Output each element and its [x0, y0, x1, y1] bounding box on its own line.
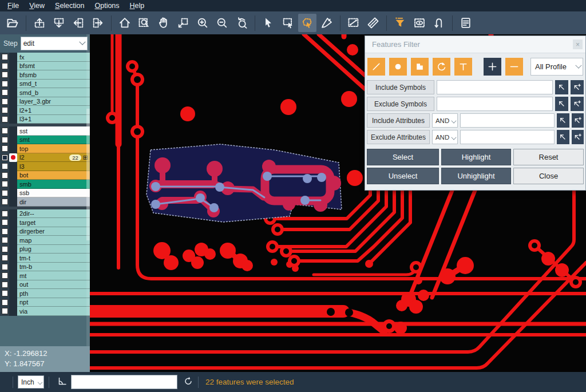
highlight-button[interactable]: Highlight: [441, 149, 511, 165]
zoom-area-button[interactable]: [135, 14, 153, 32]
layer-checkbox[interactable]: [2, 308, 8, 314]
ruler-button[interactable]: [364, 14, 382, 32]
unhighlight-button[interactable]: Unhighlight: [441, 168, 511, 184]
layer-checkbox[interactable]: [2, 98, 8, 105]
pad-filter-button[interactable]: [389, 58, 407, 76]
zoom-in-button[interactable]: [193, 14, 212, 32]
menu-help[interactable]: Help: [125, 1, 150, 11]
units-select[interactable]: Inch: [18, 375, 44, 389]
filter-funnel-button[interactable]: [391, 14, 409, 32]
layer-name[interactable]: target: [17, 218, 90, 227]
shift-down-button[interactable]: [50, 14, 68, 32]
add-filter-button[interactable]: [484, 58, 501, 76]
layer-checkbox[interactable]: [2, 137, 8, 143]
layer-row-via[interactable]: via: [0, 307, 90, 316]
pick-add-button[interactable]: [572, 130, 584, 144]
layer-checkbox[interactable]: [2, 107, 8, 113]
rect-select-button[interactable]: [279, 14, 297, 32]
pick-button[interactable]: [557, 113, 569, 128]
layer-name[interactable]: pth: [17, 289, 90, 298]
layer-row-plug[interactable]: plug: [0, 245, 90, 254]
layer-row-fx[interactable]: fx: [0, 53, 90, 62]
layer-name[interactable]: bot: [17, 171, 90, 180]
pick-add-button[interactable]: [571, 97, 584, 111]
close-icon[interactable]: ×: [573, 39, 583, 49]
text-filter-button[interactable]: [454, 58, 472, 76]
exclude-attributes-button[interactable]: Exclude Attributes: [367, 130, 430, 144]
layer-name[interactable]: out: [17, 280, 90, 290]
pan-hand-button[interactable]: [155, 14, 173, 32]
refresh-icon[interactable]: [183, 376, 193, 389]
layer-row-ssb[interactable]: ssb: [0, 189, 90, 198]
layer-row-top[interactable]: top: [0, 144, 90, 153]
layer-name[interactable]: l3: [17, 162, 90, 171]
layer-name[interactable]: smd_t: [17, 80, 90, 89]
layer-row-bfsmt[interactable]: bfsmt: [0, 62, 90, 71]
layer-checkbox[interactable]: [2, 246, 8, 252]
layer-name[interactable]: via: [17, 307, 90, 316]
zoom-previous-button[interactable]: [232, 14, 251, 32]
layer-name[interactable]: smt: [17, 136, 90, 145]
layer-checkbox[interactable]: [2, 190, 8, 196]
layer-name[interactable]: bfsmb: [17, 70, 90, 80]
layer-checkbox[interactable]: [2, 219, 8, 225]
layer-checkbox[interactable]: [2, 282, 8, 288]
layer-row-map[interactable]: map: [0, 236, 90, 245]
layer-checkbox[interactable]: [2, 155, 8, 161]
layer-name[interactable]: npt: [17, 298, 90, 307]
layer-name[interactable]: plug: [17, 245, 90, 254]
layer-row-npt[interactable]: npt: [0, 298, 90, 307]
close-button[interactable]: Close: [513, 168, 584, 184]
layer-checkbox[interactable]: [2, 211, 8, 217]
layer-name[interactable]: l2+1: [17, 106, 90, 115]
layer-row-out[interactable]: out: [0, 280, 90, 290]
layer-checkbox[interactable]: [2, 181, 8, 187]
remove-filter-button[interactable]: [505, 58, 523, 76]
open-folder-button[interactable]: [3, 14, 22, 32]
layer-name[interactable]: fx: [17, 53, 90, 62]
eye-box-button[interactable]: [410, 14, 429, 32]
layer-row-bfsmb[interactable]: bfsmb: [0, 70, 90, 80]
layer-checkbox[interactable]: [2, 63, 8, 69]
layer-row-layer_3.gbr[interactable]: layer_3.gbr: [0, 97, 90, 106]
reset-button[interactable]: Reset: [513, 149, 584, 165]
layer-checkbox[interactable]: [2, 228, 8, 235]
layer-name[interactable]: bfsmt: [17, 62, 90, 71]
polygon-select-button[interactable]: [298, 14, 316, 32]
select-button[interactable]: Select: [367, 149, 439, 165]
layer-row-2dir--[interactable]: 2dir--: [0, 209, 90, 219]
command-input[interactable]: [71, 375, 177, 389]
profile-select[interactable]: All Profile: [530, 58, 583, 76]
layer-name[interactable]: tm-t: [17, 254, 90, 263]
layer-checkbox[interactable]: [2, 163, 8, 169]
exclude-symbols-button[interactable]: Exclude Symbols: [367, 97, 434, 111]
layer-row-tm-t[interactable]: tm-t: [0, 254, 90, 263]
dialog-titlebar[interactable]: Features Filter ×: [365, 36, 585, 53]
layer-row-smd_t[interactable]: smd_t: [0, 80, 90, 89]
layer-name[interactable]: tm-b: [17, 263, 90, 272]
include-symbols-input[interactable]: [437, 80, 553, 94]
layer-checkbox[interactable]: [2, 172, 8, 179]
exclude-attributes-input[interactable]: [460, 130, 555, 144]
layer-row-l3+1[interactable]: l3+1: [0, 115, 90, 124]
layer-name[interactable]: layer_3.gbr: [17, 97, 90, 106]
layer-name[interactable]: mt: [17, 271, 90, 280]
pick-button[interactable]: [555, 97, 568, 111]
layer-name[interactable]: dir: [17, 197, 90, 207]
layers-list-button[interactable]: [457, 14, 475, 32]
layer-name[interactable]: top: [17, 144, 90, 153]
menu-view[interactable]: View: [24, 1, 50, 11]
layer-checkbox[interactable]: [2, 199, 8, 205]
layer-checkbox[interactable]: [2, 81, 8, 87]
layer-row-bot[interactable]: bot: [0, 171, 90, 180]
shift-up-button[interactable]: [30, 14, 49, 32]
layer-name[interactable]: dirgerber: [17, 227, 90, 236]
line-filter-button[interactable]: [367, 58, 385, 76]
layer-name[interactable]: smd_b: [17, 88, 90, 97]
pick-add-button[interactable]: [571, 80, 584, 94]
menu-selection[interactable]: Selection: [50, 1, 89, 11]
include-attributes-button[interactable]: Include Attributes: [367, 113, 430, 128]
layer-row-dirgerber[interactable]: dirgerber: [0, 227, 90, 236]
layer-row-smd_b[interactable]: smd_b: [0, 88, 90, 97]
layer-checkbox[interactable]: [2, 264, 8, 270]
